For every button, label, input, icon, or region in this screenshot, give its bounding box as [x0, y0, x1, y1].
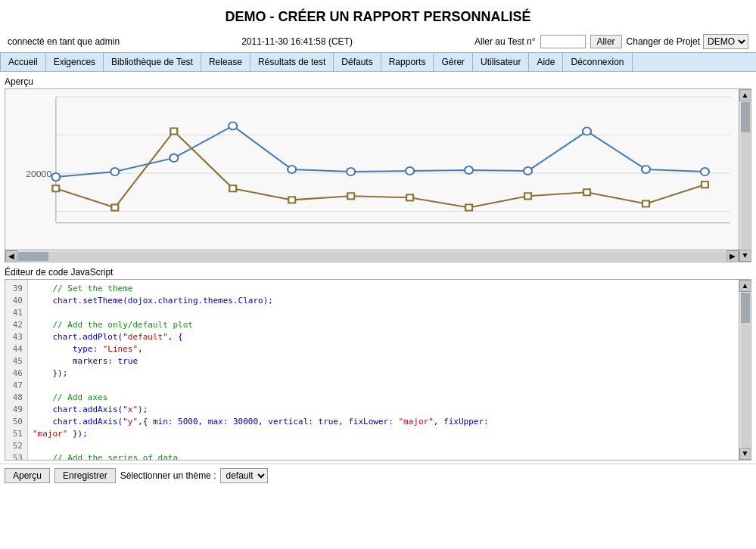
nav-gerer[interactable]: Gérer	[434, 53, 473, 71]
code-scroll-up[interactable]: ▲	[739, 280, 751, 292]
goto-test-button[interactable]: Aller	[590, 35, 622, 48]
svg-text:20000: 20000	[26, 169, 52, 178]
svg-rect-20	[52, 185, 59, 191]
svg-point-12	[288, 166, 296, 173]
code-scroll-down[interactable]: ▼	[739, 448, 751, 460]
bottom-bar: Aperçu Enregistrer Sélectionner un thème…	[0, 464, 756, 487]
chart-vscroll-thumb[interactable]	[741, 102, 750, 132]
svg-point-14	[406, 167, 414, 175]
svg-point-11	[229, 122, 237, 129]
svg-point-8	[51, 173, 60, 181]
svg-rect-28	[524, 193, 531, 199]
chart-vscroll-track[interactable]	[741, 102, 750, 249]
preview-panel: Aperçu 20000	[5, 76, 751, 262]
nav-bar: Accueil Exigences Bibliothèque de Test R…	[0, 52, 756, 72]
nav-bibliotheque[interactable]: Bibliothèque de Test	[104, 53, 201, 71]
theme-select[interactable]: default Claro Soria Nihilo	[220, 468, 268, 483]
chart-scroll-down[interactable]: ▼	[739, 250, 751, 262]
chart-scroll-up[interactable]: ▲	[739, 89, 751, 101]
chart-vscrollbar[interactable]: ▲ ▼	[739, 89, 751, 262]
chart-hscroll-thumb[interactable]	[18, 252, 48, 261]
chart-scroll-right[interactable]: ▶	[726, 250, 739, 262]
goto-test-label: Aller au Test n°	[474, 36, 536, 47]
code-vscrollbar[interactable]: ▲ ▼	[739, 280, 751, 460]
svg-point-16	[524, 167, 532, 175]
change-project-label: Changer de Projet	[627, 36, 700, 47]
code-vscroll-thumb[interactable]	[741, 293, 750, 323]
svg-point-18	[642, 166, 650, 173]
svg-point-9	[110, 168, 119, 175]
datetime-label: 2011-11-30 16:41:58 (CET)	[241, 36, 353, 47]
chart-svg: 20000	[5, 89, 739, 250]
svg-point-10	[170, 154, 178, 162]
nav-utilisateur[interactable]: Utilisateur	[473, 53, 529, 71]
code-line-numbers: 3940414243444546474849505152535455565758…	[5, 280, 28, 460]
chart-hscroll-track[interactable]	[18, 252, 726, 261]
nav-accueil[interactable]: Accueil	[0, 53, 46, 71]
svg-rect-22	[170, 128, 177, 134]
chart-scroll-left[interactable]: ◀	[5, 250, 17, 262]
svg-point-17	[583, 127, 591, 135]
svg-point-13	[347, 168, 355, 175]
svg-point-19	[701, 168, 709, 175]
svg-rect-29	[583, 189, 590, 195]
chart-inner: 20000	[5, 89, 739, 250]
svg-rect-23	[229, 185, 236, 191]
save-button[interactable]: Enregistrer	[54, 468, 116, 483]
apercu-button[interactable]: Aperçu	[5, 468, 50, 483]
nav-deconnexion[interactable]: Déconnexion	[563, 53, 632, 71]
svg-rect-26	[406, 194, 413, 200]
code-editor-wrap[interactable]: 3940414243444546474849505152535455565758…	[5, 279, 751, 461]
page-title: DEMO - CRÉER UN RAPPORT PERSONNALISÉ	[0, 0, 756, 31]
nav-resultats[interactable]: Résultats de test	[250, 53, 334, 71]
project-select[interactable]: DEMO	[703, 34, 748, 49]
svg-point-15	[465, 166, 473, 174]
chart-hscrollbar[interactable]: ◀ ▶	[5, 250, 739, 262]
chart-container: 20000	[5, 88, 751, 262]
theme-label: Sélectionner un thème :	[120, 470, 216, 481]
goto-test-input[interactable]	[540, 35, 586, 48]
svg-rect-30	[642, 200, 649, 206]
nav-aide[interactable]: Aide	[529, 53, 563, 71]
nav-exigences[interactable]: Exigences	[46, 53, 104, 71]
nav-defauts[interactable]: Défauts	[334, 53, 381, 71]
nav-rapports[interactable]: Rapports	[381, 53, 434, 71]
svg-rect-24	[288, 197, 295, 203]
nav-release[interactable]: Release	[201, 53, 250, 71]
svg-rect-21	[111, 204, 118, 210]
code-editor-content[interactable]: // Set the theme chart.setTheme(dojox.ch…	[28, 280, 739, 460]
svg-rect-27	[465, 204, 472, 210]
code-editor-label: Éditeur de code JavaScript	[5, 267, 751, 278]
svg-rect-31	[702, 181, 708, 188]
connected-label: connecté en tant que admin	[8, 36, 120, 47]
preview-label: Aperçu	[5, 76, 751, 87]
code-editor-panel: Éditeur de code JavaScript 3940414243444…	[5, 267, 751, 461]
svg-rect-25	[347, 193, 354, 199]
code-vscroll-track[interactable]	[741, 293, 750, 447]
